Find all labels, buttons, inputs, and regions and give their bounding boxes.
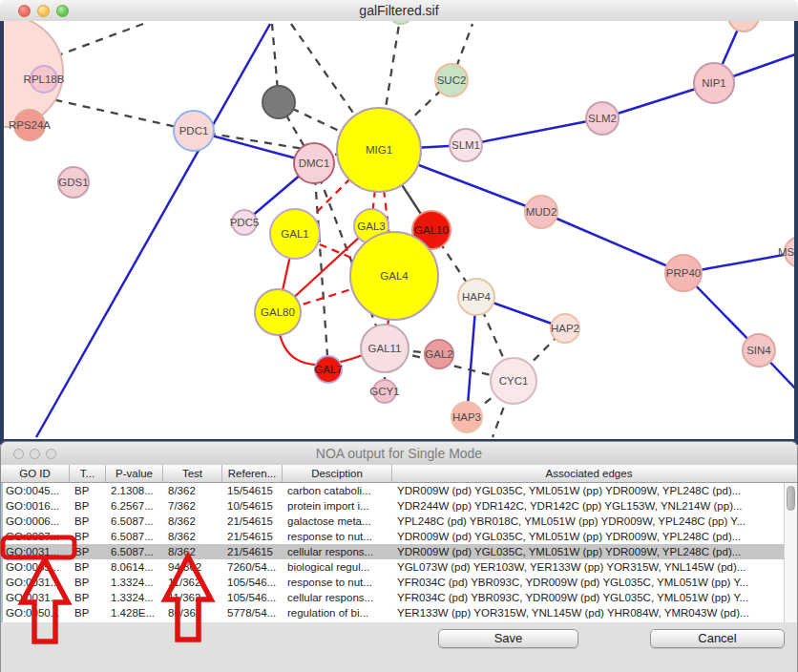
- table-cell: 21/54615: [224, 544, 284, 559]
- table-row[interactable]: GO:0045...BP2.1308...8/36215/54615carbon…: [3, 483, 797, 498]
- table-cell: GO:0031...: [3, 590, 72, 605]
- table-cell: YGL073W (pd) YER103W, YER133W (pp) YOR31…: [394, 559, 788, 575]
- network-edge-dashed[interactable]: [48, 24, 143, 59]
- column-header-associated-edges[interactable]: Associated edges: [392, 465, 786, 482]
- table-cell: 1.428E...: [108, 605, 165, 620]
- network-node-gray-node[interactable]: [262, 86, 295, 118]
- column-header-t-[interactable]: T...: [70, 465, 106, 482]
- network-node-label-CYC1: CYC1: [499, 375, 529, 387]
- network-node-label-GAL2: GAL2: [425, 348, 452, 360]
- network-node-label-HAP4: HAP4: [462, 291, 492, 303]
- table-cell: GO:0007...: [3, 529, 72, 544]
- screen: galFiltered.sif RPL18BRPS24AGDS1PDC1MIG1…: [0, 0, 798, 672]
- network-node-top-green[interactable]: [389, 21, 412, 24]
- network-node-label-GAL10: GAL10: [414, 224, 449, 236]
- column-header-desciption[interactable]: Desciption: [283, 465, 392, 482]
- table-row[interactable]: GO:0065...BP8.0614...94/3627260/54...bio…: [3, 559, 797, 575]
- table-cell: YFR034C (pd) YBR093C, YDR009W (pd) YGL03…: [394, 575, 788, 590]
- table-cell: response to nut...: [284, 575, 394, 590]
- save-button[interactable]: Save: [438, 629, 578, 648]
- table-cell: BP: [72, 529, 108, 544]
- noa-window: NOA output for Single Mode GO IDT...P-va…: [0, 441, 798, 672]
- table-row[interactable]: GO:0006...BP6.5087...8/36221/54615galact…: [3, 514, 797, 529]
- table-row[interactable]: GO:0031...BP1.3324...11/362105/546...cel…: [3, 590, 797, 605]
- table-row[interactable]: GO:0016...BP6.2567...7/36210/54615protei…: [3, 498, 797, 514]
- network-node-top-right-pink[interactable]: [728, 21, 759, 32]
- network-node-label-GAL80: GAL80: [261, 306, 295, 318]
- network-node-label-GAL1: GAL1: [281, 228, 308, 240]
- column-header-test[interactable]: Test: [163, 465, 222, 482]
- network-node-label-NIP1: NIP1: [702, 77, 726, 89]
- table-scrollbar[interactable]: [784, 483, 797, 623]
- table-cell: GO:0006...: [3, 514, 72, 529]
- table-cell: galactose meta...: [284, 514, 394, 529]
- table-cell: YDR244W (pp) YDR142C, YDR142C (pp) YGL15…: [394, 498, 788, 514]
- table-cell: 11/362: [165, 590, 224, 605]
- network-node-label-SUC2: SUC2: [437, 74, 467, 86]
- table-cell: 21/54615: [224, 514, 284, 529]
- table-row[interactable]: GO:0031...BP1.3324...11/362105/546...res…: [3, 575, 797, 590]
- network-node-label-MUD2: MUD2: [526, 206, 557, 218]
- noa-table-rows: GO:0045...BP2.1308...8/36215/54615carbon…: [3, 483, 797, 620]
- network-node-label-HAP2: HAP2: [551, 323, 579, 334]
- table-cell: BP: [72, 605, 108, 620]
- table-cell: BP: [72, 575, 108, 590]
- table-cell: GO:0050...: [3, 605, 72, 620]
- column-header-referen-[interactable]: Referen...: [222, 465, 283, 482]
- table-row[interactable]: GO:0031...BP6.5087...8/36221/54615cellul…: [3, 544, 797, 559]
- column-header-p-value[interactable]: P-value: [106, 465, 163, 482]
- table-cell: 80/362: [165, 605, 224, 620]
- network-node-label-SIN4: SIN4: [746, 345, 771, 356]
- table-cell: 10/54615: [224, 498, 284, 514]
- noa-window-title: NOA output for Single Mode: [1, 446, 797, 461]
- table-row[interactable]: GO:0050...BP1.428E...80/3625778/54...reg…: [3, 605, 797, 620]
- table-cell: 6.5087...: [108, 544, 165, 559]
- table-cell: 6.2567...: [108, 498, 165, 514]
- table-cell: GO:0031...: [3, 575, 72, 590]
- network-node-label-HAP3: HAP3: [452, 411, 481, 423]
- table-cell: 94/362: [165, 559, 224, 575]
- network-node-label-MIG1: MIG1: [366, 144, 392, 156]
- network-edge-blue[interactable]: [466, 118, 602, 145]
- network-node-label-MSL1: MSL1: [778, 246, 794, 258]
- table-cell: 8.0614...: [108, 559, 165, 575]
- table-cell: BP: [72, 498, 108, 514]
- table-cell: 8/362: [165, 483, 224, 498]
- network-node-label-RPL18B: RPL18B: [24, 74, 65, 85]
- table-row[interactable]: GO:0007...BP6.5087...8/36221/54615respon…: [3, 529, 797, 544]
- network-window-title: galFiltered.sif: [0, 3, 798, 18]
- network-node-label-RPS24A: RPS24A: [9, 119, 51, 131]
- network-node-label-GAL3: GAL3: [357, 220, 385, 232]
- noa-table-body[interactable]: GO:0045...BP2.1308...8/36215/54615carbon…: [1, 483, 797, 624]
- network-canvas[interactable]: RPL18BRPS24AGDS1PDC1MIG1DMC1SUC2SLM1SLM2…: [0, 21, 798, 445]
- table-cell: 6.5087...: [108, 514, 165, 529]
- cancel-button[interactable]: Cancel: [650, 629, 785, 648]
- table-scrollbar-thumb[interactable]: [787, 486, 795, 511]
- table-cell: 6.5087...: [108, 529, 165, 544]
- table-cell: BP: [72, 514, 108, 529]
- table-cell: 8/362: [165, 514, 224, 529]
- network-node-label-PDC5: PDC5: [230, 217, 260, 228]
- table-cell: BP: [72, 559, 108, 575]
- table-cell: carbon cataboli...: [284, 483, 394, 498]
- table-cell: YFR034C (pd) YBR093C, YDR009W (pd) YGL03…: [394, 590, 788, 605]
- network-edge-blue[interactable]: [541, 212, 683, 273]
- network-svg: RPL18BRPS24AGDS1PDC1MIG1DMC1SUC2SLM1SLM2…: [4, 21, 794, 439]
- column-header-go-id[interactable]: GO ID: [1, 465, 70, 482]
- network-node-label-GDS1: GDS1: [58, 177, 88, 188]
- noa-window-titlebar[interactable]: NOA output for Single Mode: [1, 442, 797, 466]
- noa-table-header: GO IDT...P-valueTestReferen...Desciption…: [1, 465, 797, 483]
- network-window-titlebar[interactable]: galFiltered.sif: [0, 0, 798, 22]
- table-cell: BP: [72, 483, 108, 498]
- table-cell: YPL248C (pd) YBR018C, YML051W (pp) YDR00…: [394, 514, 788, 529]
- table-cell: YDR009W (pd) YGL035C, YML051W (pp) YDR00…: [394, 483, 788, 498]
- table-cell: 1.3324...: [108, 590, 165, 605]
- network-node-label-GAL7: GAL7: [314, 364, 342, 375]
- table-cell: 5778/54...: [224, 605, 284, 620]
- table-cell: YDR009W (pd) YGL035C, YML051W (pp) YDR00…: [394, 529, 788, 544]
- table-cell: BP: [72, 544, 108, 559]
- table-cell: 1.3324...: [108, 575, 165, 590]
- table-cell: 105/546...: [224, 575, 284, 590]
- table-cell: protein import i...: [284, 498, 394, 514]
- table-cell: YER133W (pp) YOR315W, YNL145W (pd) YHR08…: [394, 605, 788, 620]
